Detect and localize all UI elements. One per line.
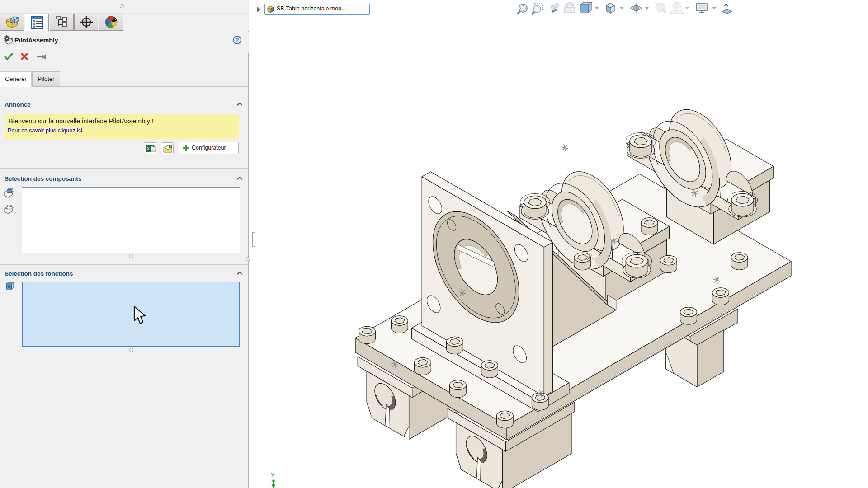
svg-text:Y: Y xyxy=(271,472,275,479)
svg-text:X: X xyxy=(147,146,150,151)
svg-text:X: X xyxy=(170,145,172,148)
